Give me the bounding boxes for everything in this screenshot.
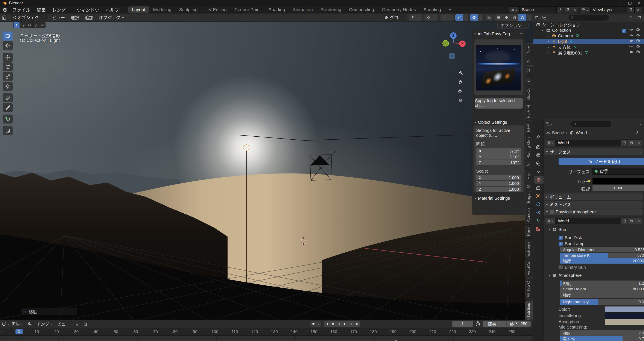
world-id-icon[interactable]: ⌄ [545, 218, 556, 224]
gizmos-toggle[interactable] [455, 14, 463, 20]
side-tab-baga[interactable]: Baga [525, 191, 533, 205]
properties-tab-collection[interactable] [533, 184, 544, 192]
hide-eye-toggle[interactable] [629, 33, 633, 38]
workspace-tab-sculpting[interactable]: Sculpting [176, 6, 201, 13]
app-menu-ウィンドウ[interactable]: ウィンドウ [74, 6, 102, 13]
tweak-button[interactable] [13, 22, 20, 28]
play-button[interactable] [342, 321, 348, 327]
atmo-color-swatch-0[interactable] [605, 306, 644, 313]
start-frame-field[interactable]: 開始 1 [483, 321, 506, 327]
outliner-filter-image-dropdown[interactable]: ⌄ [542, 15, 549, 20]
timeline-track-area[interactable] [0, 336, 533, 341]
world-color-swatch[interactable] [592, 178, 644, 184]
new-scene-button[interactable] [564, 6, 571, 13]
workspace-tab-texture-paint[interactable]: Texture Paint [231, 6, 264, 13]
keying-dropdown[interactable]: ⌄ [316, 321, 321, 327]
surface-panel-header[interactable]: ▾サーフェス:::: [544, 148, 643, 155]
atmosphere-section-header[interactable]: ▾Atmosphere [549, 272, 641, 278]
atmo-color-swatch-2[interactable] [605, 319, 644, 325]
side-tab-boxcu[interactable]: BoxCu [525, 85, 533, 102]
sun-slider-1[interactable]: Temperature K5700 [560, 253, 644, 258]
next-keyframe-button[interactable] [348, 321, 354, 327]
properties-tab-physics[interactable] [533, 200, 544, 208]
properties-tab-object[interactable] [533, 192, 544, 200]
pin-id-icon[interactable] [635, 131, 639, 135]
side-tab-a[interactable]: A [525, 161, 533, 169]
expander-icon[interactable]: ▾ [542, 28, 546, 32]
side-tab-extreme[interactable]: Extreme [525, 239, 533, 259]
properties-search-input[interactable] [571, 121, 611, 127]
properties-tab-tool[interactable] [533, 133, 544, 141]
select-box-tool-button[interactable] [2, 31, 13, 40]
remove-viewlayer-button[interactable]: ✕ [634, 6, 642, 13]
mie-slider-0[interactable]: 強度2.00 [560, 330, 644, 336]
snap-options-dropdown[interactable]: ⌄ [417, 14, 422, 20]
binary-sun[interactable]: Binary Sun [558, 265, 640, 270]
app-menu-編集[interactable]: 編集 [34, 6, 49, 13]
mode-dropdown[interactable]: オブジェク... ⌄ [10, 14, 48, 21]
select-circle-button[interactable] [26, 22, 33, 28]
visibility-checkbox[interactable]: ✓ [622, 28, 626, 33]
current-frame-badge[interactable]: 1 [16, 329, 23, 334]
scene-datablock-icon[interactable]: ⌄ [509, 6, 520, 13]
viewport-menu-ビュー[interactable]: ビュー [49, 14, 68, 20]
side-tab-plating-gen[interactable]: Plating Gen [525, 135, 533, 161]
overlays-dropdown[interactable]: ⌄ [478, 14, 483, 20]
outliner-search-input[interactable] [568, 15, 609, 20]
sun-lamp-checkbox[interactable]: ✓ [558, 242, 563, 246]
xray-toggle[interactable] [485, 14, 493, 20]
outliner-row-立方体[interactable]: ▸立方体 [533, 44, 644, 50]
disable-render-toggle[interactable] [636, 44, 640, 49]
perspective-grid-icon[interactable] [456, 96, 464, 104]
scale-tool-button[interactable] [2, 72, 13, 81]
timeline-menu-ビュー[interactable]: ビュー [54, 321, 72, 327]
fake-user-button[interactable] [620, 139, 628, 146]
mie-slider-1[interactable]: 異方性0.70 [560, 336, 644, 341]
duplicate-button[interactable] [628, 218, 635, 224]
add-workspace-button[interactable]: + [446, 6, 455, 13]
transform-tool-button[interactable] [2, 82, 13, 91]
strength-slider[interactable]: 1.000 [592, 185, 644, 191]
scale-field-x[interactable]: X1.000 [476, 175, 522, 180]
unlink-scene-button[interactable]: ✕ [571, 6, 578, 13]
jump-to-start-button[interactable] [324, 321, 330, 327]
viewport-3d[interactable]: ⌄ オブジェク... ⌄ ビュー選択追加オブジェクト グロ... ⌄ ⌄ ⌄ ⌄… [0, 13, 533, 320]
disable-render-toggle[interactable] [636, 50, 640, 55]
shading-rendered-button[interactable] [518, 14, 526, 20]
close-button[interactable]: ✕ [634, 0, 644, 6]
breadcrumb-scene[interactable]: Scene [552, 130, 564, 135]
expander-icon[interactable]: ▸ [548, 45, 552, 49]
physical-atmosphere-panel-header[interactable]: ▾Physical Atmosphere:::: [544, 208, 643, 215]
side-tab-alt-tab-o[interactable]: Alt Tab O [525, 278, 533, 300]
overlays-toggle[interactable] [470, 14, 478, 20]
rotation-field-x[interactable]: X37.3° [476, 148, 522, 154]
binary-sun-checkbox[interactable] [558, 265, 563, 269]
workspace-tab-animation[interactable]: Animation [289, 6, 316, 13]
viewport-menu-オブジェクト[interactable]: オブジェクト [96, 14, 128, 20]
sun-lamp[interactable]: ✓Sun Lamp [558, 241, 640, 246]
rotate-tool-button[interactable] [2, 62, 13, 71]
options-dropdown[interactable]: オプション⌄ [498, 22, 528, 29]
workspace-tab-layout[interactable]: Layout [128, 6, 149, 13]
properties-tab-texture[interactable] [533, 225, 544, 233]
timeline-expand-arrow[interactable]: › [0, 330, 2, 333]
material-settings-header[interactable]: ▾ Material Settings [472, 194, 512, 202]
unlink-button[interactable]: ✕ [635, 218, 642, 224]
outliner-display-mode-dropdown[interactable]: ⌄ [535, 15, 541, 20]
select-paint-button[interactable] [39, 22, 46, 28]
side-tab-ビ[interactable]: ビ [525, 66, 533, 75]
properties-tab-view-layer[interactable] [533, 160, 544, 167]
disable-render-toggle[interactable] [636, 39, 640, 44]
zoom-icon[interactable] [457, 69, 465, 77]
shading-dropdown[interactable]: ⌄ [526, 14, 532, 20]
new-collection-icon[interactable] [637, 15, 642, 20]
viewport-menu-追加[interactable]: 追加 [82, 14, 96, 20]
object-name[interactable]: 立方体 [558, 44, 571, 50]
sun-disk-checkbox[interactable]: ✓ [558, 236, 563, 240]
outliner-funnel-filter-icon[interactable]: ⌄ [628, 15, 636, 20]
maximize-button[interactable]: ▢ [625, 0, 634, 6]
display-options-dropdown[interactable]: ⌄ [545, 121, 552, 127]
side-tab-pure[interactable]: Pure [525, 225, 533, 238]
properties-tab-world[interactable] [534, 176, 544, 184]
workspace-tab-shading[interactable]: Shading [265, 6, 288, 13]
